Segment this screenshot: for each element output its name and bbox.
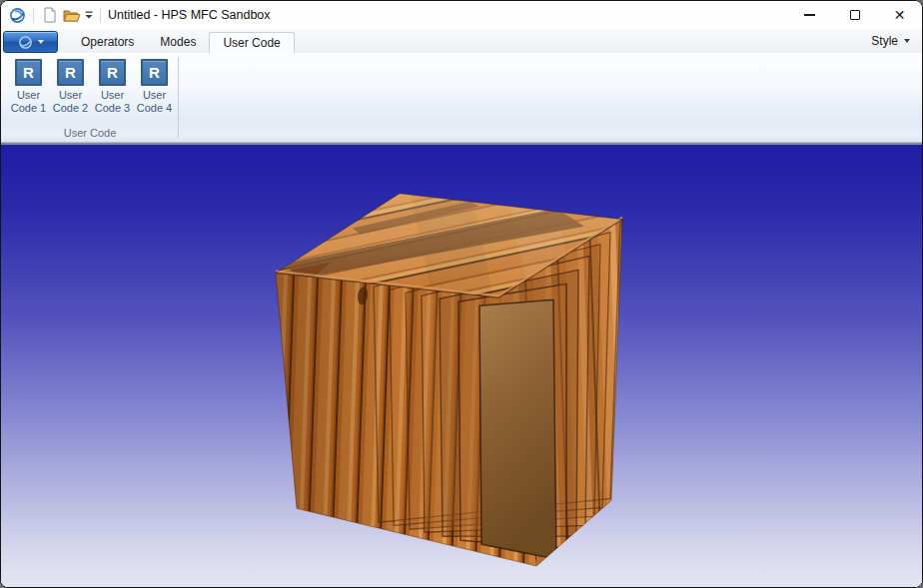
user-code-1-button[interactable]: R User Code 1 [8,58,49,115]
minimize-button[interactable] [787,1,832,29]
r-icon: R [99,59,126,86]
style-dropdown[interactable]: Style [871,29,922,53]
app-window: Untitled - HPS MFC Sandbox ✕ Operators M… [0,0,923,588]
ribbon-group-user-code: R User Code 1 R User Code 2 R [1,53,179,142]
new-document-icon[interactable] [40,5,60,25]
ribbon-tab-row: Operators Modes User Code Style [1,29,922,53]
wooden-cube [1,145,922,587]
ribbon-body: R User Code 1 R User Code 2 R [1,53,922,143]
button-label: User Code 2 [53,89,88,115]
viewport-3d[interactable] [1,143,922,587]
button-label: User Code 3 [95,89,130,115]
window-title: Untitled - HPS MFC Sandbox [108,8,271,22]
open-folder-icon[interactable] [62,5,82,25]
swirl-logo-icon [18,35,33,50]
ribbon-tabs: Operators Modes User Code [68,29,295,53]
tab-user-code[interactable]: User Code [209,32,294,53]
user-code-4-button[interactable]: R User Code 4 [134,58,175,115]
close-button[interactable]: ✕ [877,1,922,29]
customize-quick-access-dropdown-icon[interactable] [83,5,95,25]
tab-operators[interactable]: Operators [68,32,147,53]
dropdown-arrow-icon [38,40,44,44]
button-label: User Code 1 [11,89,46,115]
minimize-icon [804,14,815,15]
app-logo-icon[interactable] [7,5,27,25]
separator [100,8,101,23]
ribbon-group-label: User Code [1,127,179,139]
close-icon: ✕ [894,8,906,22]
ribbon-buttons: R User Code 1 R User Code 2 R [1,53,179,115]
user-code-2-button[interactable]: R User Code 2 [50,58,91,115]
maximize-button[interactable] [832,1,877,29]
dropdown-arrow-icon [904,39,910,43]
style-dropdown-label: Style [871,34,898,48]
maximize-icon [850,10,860,20]
tab-modes[interactable]: Modes [147,32,209,53]
r-icon: R [15,59,42,86]
separator [33,8,34,23]
button-label: User Code 4 [137,89,172,115]
r-icon: R [57,59,84,86]
title-bar: Untitled - HPS MFC Sandbox ✕ [1,1,922,29]
window-controls: ✕ [787,1,922,29]
user-code-3-button[interactable]: R User Code 3 [92,58,133,115]
r-icon: R [141,59,168,86]
application-menu-button[interactable] [3,31,58,53]
